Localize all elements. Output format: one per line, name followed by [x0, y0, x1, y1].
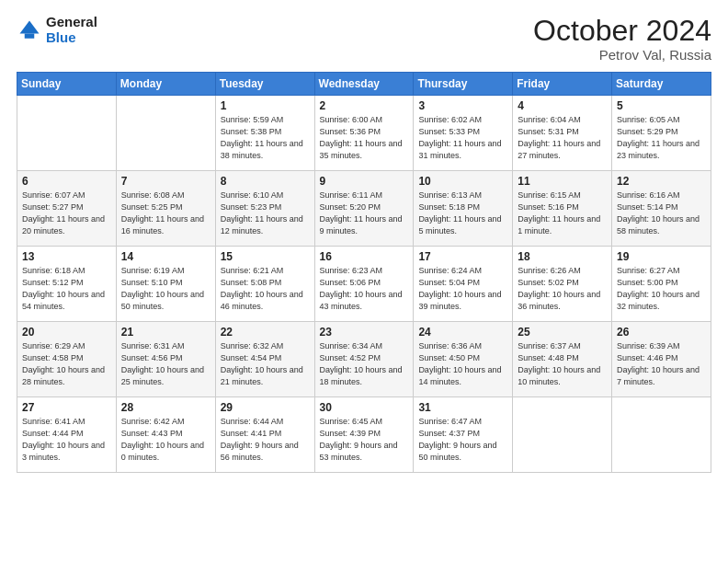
day-number: 18	[518, 250, 607, 263]
day-info: Sunrise: 6:07 AM Sunset: 5:27 PM Dayligh…	[22, 190, 111, 237]
calendar-cell: 1Sunrise: 5:59 AM Sunset: 5:38 PM Daylig…	[215, 96, 314, 171]
calendar-cell: 29Sunrise: 6:44 AM Sunset: 4:41 PM Dayli…	[215, 397, 314, 473]
day-info: Sunrise: 6:21 AM Sunset: 5:08 PM Dayligh…	[221, 265, 310, 313]
day-number: 29	[221, 401, 310, 414]
day-number: 21	[121, 326, 210, 339]
day-number: 11	[518, 175, 607, 188]
calendar-cell: 15Sunrise: 6:21 AM Sunset: 5:08 PM Dayli…	[215, 247, 314, 322]
calendar-cell: 26Sunrise: 6:39 AM Sunset: 4:46 PM Dayli…	[612, 322, 711, 397]
calendar-cell: 17Sunrise: 6:24 AM Sunset: 5:04 PM Dayli…	[414, 247, 513, 322]
calendar-cell: 19Sunrise: 6:27 AM Sunset: 5:00 PM Dayli…	[612, 247, 711, 322]
day-number: 4	[518, 99, 607, 112]
calendar-body: 1Sunrise: 5:59 AM Sunset: 5:38 PM Daylig…	[17, 96, 711, 473]
day-info: Sunrise: 6:42 AM Sunset: 4:43 PM Dayligh…	[121, 416, 210, 464]
calendar-cell: 10Sunrise: 6:13 AM Sunset: 5:18 PM Dayli…	[414, 171, 513, 247]
weekday-header-sunday: Sunday	[17, 73, 117, 96]
calendar-cell: 4Sunrise: 6:04 AM Sunset: 5:31 PM Daylig…	[513, 96, 612, 171]
calendar-cell: 21Sunrise: 6:31 AM Sunset: 4:56 PM Dayli…	[116, 322, 215, 397]
calendar-cell: 8Sunrise: 6:10 AM Sunset: 5:23 PM Daylig…	[215, 171, 314, 247]
calendar-cell: 24Sunrise: 6:36 AM Sunset: 4:50 PM Dayli…	[414, 322, 513, 397]
day-info: Sunrise: 6:32 AM Sunset: 4:54 PM Dayligh…	[221, 340, 310, 388]
day-info: Sunrise: 6:19 AM Sunset: 5:10 PM Dayligh…	[121, 265, 210, 313]
weekday-header-wednesday: Wednesday	[314, 73, 414, 96]
calendar-week-4: 20Sunrise: 6:29 AM Sunset: 4:58 PM Dayli…	[17, 322, 711, 397]
day-number: 2	[320, 99, 409, 112]
day-info: Sunrise: 6:29 AM Sunset: 4:58 PM Dayligh…	[22, 340, 111, 388]
day-info: Sunrise: 6:27 AM Sunset: 5:00 PM Dayligh…	[617, 265, 706, 313]
day-number: 19	[617, 250, 706, 263]
calendar-cell: 6Sunrise: 6:07 AM Sunset: 5:27 PM Daylig…	[17, 171, 117, 247]
day-number: 22	[221, 326, 310, 339]
calendar-cell: 3Sunrise: 6:02 AM Sunset: 5:33 PM Daylig…	[414, 96, 513, 171]
calendar-cell: 18Sunrise: 6:26 AM Sunset: 5:02 PM Dayli…	[513, 247, 612, 322]
weekday-header-monday: Monday	[116, 73, 215, 96]
day-number: 3	[418, 99, 507, 112]
day-info: Sunrise: 6:23 AM Sunset: 5:06 PM Dayligh…	[320, 265, 409, 313]
calendar-cell: 27Sunrise: 6:41 AM Sunset: 4:44 PM Dayli…	[17, 397, 117, 473]
day-number: 15	[221, 250, 310, 263]
day-info: Sunrise: 6:24 AM Sunset: 5:04 PM Dayligh…	[418, 265, 507, 313]
calendar-week-3: 13Sunrise: 6:18 AM Sunset: 5:12 PM Dayli…	[17, 247, 711, 322]
logo-general-text: General	[46, 15, 97, 30]
day-info: Sunrise: 6:11 AM Sunset: 5:20 PM Dayligh…	[320, 190, 409, 237]
calendar-cell: 14Sunrise: 6:19 AM Sunset: 5:10 PM Dayli…	[116, 247, 215, 322]
location-title: Petrov Val, Russia	[533, 47, 711, 63]
day-info: Sunrise: 6:13 AM Sunset: 5:18 PM Dayligh…	[418, 190, 507, 237]
calendar-cell: 23Sunrise: 6:34 AM Sunset: 4:52 PM Dayli…	[314, 322, 414, 397]
day-info: Sunrise: 6:16 AM Sunset: 5:14 PM Dayligh…	[617, 190, 706, 237]
calendar-cell: 5Sunrise: 6:05 AM Sunset: 5:29 PM Daylig…	[612, 96, 711, 171]
day-info: Sunrise: 6:37 AM Sunset: 4:48 PM Dayligh…	[518, 340, 607, 388]
page: General Blue October 2024 Petrov Val, Ru…	[0, 0, 728, 563]
calendar-cell: 31Sunrise: 6:47 AM Sunset: 4:37 PM Dayli…	[414, 397, 513, 473]
calendar-week-2: 6Sunrise: 6:07 AM Sunset: 5:27 PM Daylig…	[17, 171, 711, 247]
day-info: Sunrise: 5:59 AM Sunset: 5:38 PM Dayligh…	[221, 114, 310, 162]
day-info: Sunrise: 6:05 AM Sunset: 5:29 PM Dayligh…	[617, 114, 706, 162]
title-block: October 2024 Petrov Val, Russia	[533, 15, 711, 63]
header: General Blue October 2024 Petrov Val, Ru…	[17, 15, 711, 63]
day-info: Sunrise: 6:08 AM Sunset: 5:25 PM Dayligh…	[121, 190, 210, 237]
day-number: 17	[418, 250, 507, 263]
logo-blue-text: Blue	[46, 30, 97, 46]
calendar-cell	[513, 397, 612, 473]
calendar-cell: 12Sunrise: 6:16 AM Sunset: 5:14 PM Dayli…	[612, 171, 711, 247]
day-number: 26	[617, 326, 706, 339]
day-number: 9	[320, 175, 409, 188]
day-info: Sunrise: 6:02 AM Sunset: 5:33 PM Dayligh…	[418, 114, 507, 162]
calendar-cell: 11Sunrise: 6:15 AM Sunset: 5:16 PM Dayli…	[513, 171, 612, 247]
logo-icon	[17, 17, 42, 43]
day-number: 28	[121, 401, 210, 414]
calendar-header: SundayMondayTuesdayWednesdayThursdayFrid…	[17, 73, 711, 96]
day-info: Sunrise: 6:15 AM Sunset: 5:16 PM Dayligh…	[518, 190, 607, 237]
day-number: 5	[617, 99, 706, 112]
calendar-cell: 2Sunrise: 6:00 AM Sunset: 5:36 PM Daylig…	[314, 96, 414, 171]
day-info: Sunrise: 6:41 AM Sunset: 4:44 PM Dayligh…	[22, 416, 111, 464]
day-number: 30	[320, 401, 409, 414]
calendar-week-5: 27Sunrise: 6:41 AM Sunset: 4:44 PM Dayli…	[17, 397, 711, 473]
calendar-cell: 25Sunrise: 6:37 AM Sunset: 4:48 PM Dayli…	[513, 322, 612, 397]
calendar-cell: 9Sunrise: 6:11 AM Sunset: 5:20 PM Daylig…	[314, 171, 414, 247]
day-number: 24	[418, 326, 507, 339]
day-number: 7	[121, 175, 210, 188]
calendar-cell	[17, 96, 117, 171]
day-info: Sunrise: 6:45 AM Sunset: 4:39 PM Dayligh…	[320, 416, 409, 464]
weekday-header-tuesday: Tuesday	[215, 73, 314, 96]
day-info: Sunrise: 6:36 AM Sunset: 4:50 PM Dayligh…	[418, 340, 507, 388]
weekday-header-saturday: Saturday	[612, 73, 711, 96]
day-number: 31	[418, 401, 507, 414]
calendar-cell: 28Sunrise: 6:42 AM Sunset: 4:43 PM Dayli…	[116, 397, 215, 473]
logo-text: General Blue	[46, 15, 97, 45]
calendar-cell: 22Sunrise: 6:32 AM Sunset: 4:54 PM Dayli…	[215, 322, 314, 397]
day-number: 14	[121, 250, 210, 263]
day-info: Sunrise: 6:47 AM Sunset: 4:37 PM Dayligh…	[418, 416, 507, 464]
day-number: 23	[320, 326, 409, 339]
weekday-header-thursday: Thursday	[414, 73, 513, 96]
day-info: Sunrise: 6:31 AM Sunset: 4:56 PM Dayligh…	[121, 340, 210, 388]
day-info: Sunrise: 6:44 AM Sunset: 4:41 PM Dayligh…	[221, 416, 310, 464]
day-info: Sunrise: 6:04 AM Sunset: 5:31 PM Dayligh…	[518, 114, 607, 162]
day-number: 27	[22, 401, 111, 414]
day-number: 10	[418, 175, 507, 188]
svg-marker-0	[20, 20, 40, 33]
day-number: 13	[22, 250, 111, 263]
weekday-row: SundayMondayTuesdayWednesdayThursdayFrid…	[17, 73, 711, 96]
day-info: Sunrise: 6:26 AM Sunset: 5:02 PM Dayligh…	[518, 265, 607, 313]
